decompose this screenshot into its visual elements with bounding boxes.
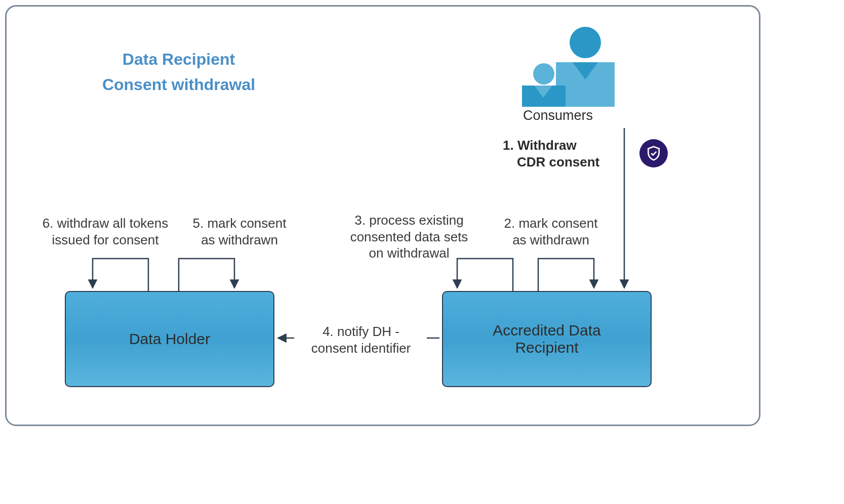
step-2-line-2: as withdrawn <box>512 232 589 247</box>
accredited-data-recipient-box: Accredited Data Recipient <box>442 291 652 387</box>
step-6-line-1: 6. withdraw all tokens <box>43 216 169 231</box>
arrow-step-6 <box>93 259 148 291</box>
step-1-line-1: Withdraw <box>517 138 577 153</box>
step-3-line-1: 3. process existing <box>354 213 463 228</box>
title-line-2: Consent withdrawal <box>102 75 255 94</box>
arrow-step-2 <box>538 259 594 291</box>
diagram-frame: Data Recipient Consent withdrawal Consum… <box>5 5 760 426</box>
consumers-label: Consumers <box>523 108 593 123</box>
arrow-step-3 <box>457 259 513 291</box>
adr-label-line-1: Accredited Data <box>493 322 600 339</box>
step-4-line-1: 4. notify DH - <box>323 324 399 339</box>
step-5-label: 5. mark consent as withdrawn <box>181 215 298 248</box>
adr-label-line-2: Recipient <box>515 339 578 356</box>
person-small-collar-icon <box>534 86 552 98</box>
title-line-1: Data Recipient <box>123 50 235 68</box>
step-1-label: 1. Withdraw CDR consent <box>503 137 619 170</box>
arrow-step-5 <box>179 259 234 291</box>
step-2-label: 2. mark consent as withdrawn <box>493 215 609 248</box>
consumers-icon <box>513 27 614 108</box>
step-3-line-3: on withdrawal <box>369 245 450 261</box>
step-3-label: 3. process existing consented data sets … <box>338 212 480 262</box>
step-2-line-1: 2. mark consent <box>504 216 598 231</box>
step-1-line-2: CDR consent <box>517 154 599 170</box>
shield-check-icon <box>639 139 668 167</box>
step-4-line-2: consent identifier <box>311 341 411 356</box>
data-holder-label: Data Holder <box>129 330 210 348</box>
step-5-line-1: 5. mark consent <box>193 216 287 231</box>
diagram-title: Data Recipient Consent withdrawal <box>72 47 285 97</box>
data-holder-box: Data Holder <box>65 291 274 387</box>
person-large-head-icon <box>570 27 601 58</box>
step-6-label: 6. withdraw all tokens issued for consen… <box>29 215 181 248</box>
step-3-line-2: consented data sets <box>350 229 468 244</box>
person-small-head-icon <box>533 63 554 85</box>
person-large-collar-icon <box>573 62 598 79</box>
step-5-line-2: as withdrawn <box>201 232 278 247</box>
step-1-number: 1. <box>503 138 514 153</box>
step-4-label: 4. notify DH - consent identifier <box>295 323 427 356</box>
step-6-line-2: issued for consent <box>52 232 158 247</box>
